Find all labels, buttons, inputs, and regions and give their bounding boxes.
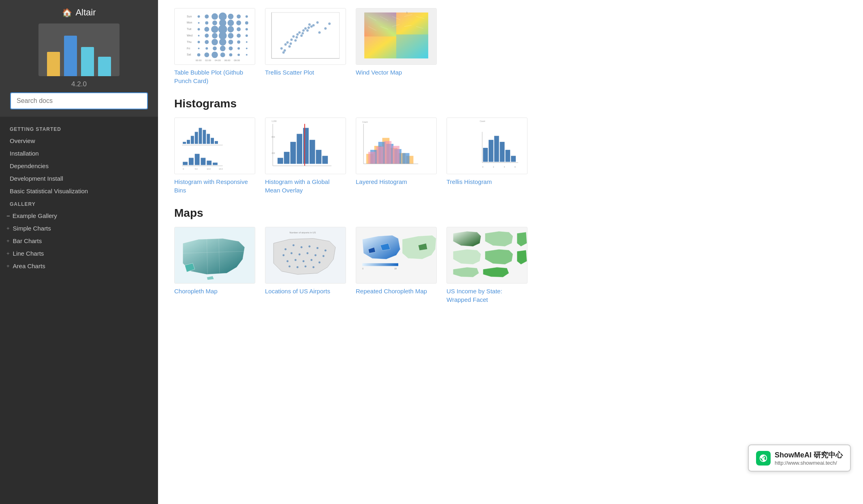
- home-icon: 🏠: [62, 8, 72, 17]
- svg-point-26: [228, 26, 234, 32]
- svg-point-184: [301, 246, 303, 248]
- svg-point-83: [324, 27, 327, 30]
- svg-point-71: [291, 38, 293, 41]
- svg-rect-112: [199, 128, 202, 144]
- svg-point-24: [211, 26, 218, 33]
- svg-point-72: [296, 33, 299, 36]
- svg-point-17: [212, 21, 217, 26]
- svg-text:Thu: Thu: [187, 41, 192, 43]
- svg-point-56: [246, 54, 248, 56]
- nav-line-charts[interactable]: + Line Charts: [0, 247, 158, 260]
- svg-point-200: [297, 266, 299, 268]
- card-trellis-hist[interactable]: Count 0 2 4 6 Trellis Histogram: [446, 117, 528, 194]
- preview-bar-1: [47, 52, 60, 76]
- svg-point-53: [220, 52, 225, 57]
- svg-rect-134: [303, 128, 309, 164]
- svg-rect-137: [322, 156, 328, 164]
- gallery-parent-label: Example Gallery: [13, 212, 57, 219]
- svg-point-45: [213, 47, 217, 51]
- svg-rect-156: [368, 152, 376, 164]
- svg-text:1B: 1B: [394, 268, 397, 270]
- svg-point-20: [236, 21, 241, 26]
- svg-text:Wed: Wed: [187, 34, 192, 37]
- svg-point-76: [282, 51, 285, 53]
- svg-text:Number of airports in US: Number of airports in US: [290, 231, 316, 234]
- label-trellis-hist: Trellis Histogram: [446, 177, 528, 186]
- svg-text:400: 400: [271, 152, 275, 154]
- nav-overview[interactable]: Overview: [0, 135, 158, 147]
- svg-point-199: [288, 265, 291, 267]
- card-us-airports[interactable]: Number of airports in US Locations of US…: [265, 227, 346, 304]
- svg-point-43: [198, 48, 200, 49]
- svg-rect-164: [483, 148, 488, 162]
- svg-point-33: [228, 33, 234, 38]
- svg-text:Fri: Fri: [187, 47, 190, 50]
- card-trellis-scatter[interactable]: Trellis Scatter Plot: [265, 8, 346, 85]
- svg-rect-95: [396, 34, 428, 58]
- nav-basic-stat-viz[interactable]: Basic Statistical Visualization: [0, 185, 158, 197]
- svg-point-84: [328, 23, 331, 25]
- card-us-income[interactable]: US Income by State: Wrapped Facet: [446, 227, 528, 304]
- svg-point-198: [318, 261, 320, 263]
- svg-rect-133: [297, 134, 302, 164]
- svg-point-189: [291, 252, 293, 254]
- nav-bar-charts[interactable]: + Bar Charts: [0, 235, 158, 247]
- minus-icon: −: [6, 212, 10, 219]
- nav-installation[interactable]: Installation: [0, 147, 158, 160]
- search-input[interactable]: [10, 92, 148, 109]
- svg-rect-115: [211, 138, 214, 144]
- svg-point-31: [212, 33, 218, 38]
- nav-area-charts[interactable]: + Area Charts: [0, 260, 158, 272]
- maps-title: Maps: [174, 207, 851, 220]
- svg-rect-62: [265, 9, 345, 64]
- svg-point-49: [246, 48, 248, 49]
- svg-rect-157: [376, 147, 384, 164]
- svg-point-37: [205, 40, 209, 44]
- svg-text:800: 800: [271, 136, 275, 138]
- svg-point-75: [316, 21, 319, 24]
- card-choropleth[interactable]: Choropleth Map: [174, 227, 255, 304]
- svg-point-201: [305, 265, 307, 267]
- svg-text:Sun: Sun: [187, 15, 192, 18]
- svg-point-183: [293, 244, 295, 246]
- thumb-table-bubble: Sun Mon Tue Wed Thu Fri Sat: [174, 8, 255, 65]
- svg-point-15: [198, 22, 200, 24]
- label-us-income: US Income by State: Wrapped Facet: [446, 287, 528, 304]
- watermark-url: http://www.showmeai.tech/: [775, 460, 843, 466]
- plus-icon-area: +: [6, 263, 10, 269]
- svg-point-202: [312, 266, 314, 268]
- preview-bar-4: [98, 57, 111, 76]
- area-charts-label: Area Charts: [13, 263, 45, 269]
- svg-point-46: [220, 46, 226, 51]
- svg-point-66: [292, 35, 295, 38]
- sidebar-nav: GETTING STARTED Overview Installation De…: [0, 117, 158, 504]
- thumb-wind-vector: 1: [356, 8, 437, 65]
- card-hist-responsive[interactable]: 0 5.0 10.0 14.0 Histogram with Responsiv…: [174, 117, 255, 194]
- line-charts-label: Line Charts: [13, 250, 44, 257]
- nav-dev-install[interactable]: Development Install: [0, 172, 158, 185]
- svg-rect-158: [384, 141, 391, 164]
- svg-text:Sat: Sat: [187, 53, 191, 56]
- card-wind-vector[interactable]: 1 Wind Vector Map: [356, 8, 437, 85]
- label-repeated-choropleth: Repeated Choropleth Map: [356, 287, 437, 295]
- card-hist-mean[interactable]: 1,200 800 400 Histogram with a Global Me…: [265, 117, 346, 194]
- card-table-bubble[interactable]: Sun Mon Tue Wed Thu Fri Sat: [174, 8, 255, 85]
- svg-point-10: [211, 13, 218, 20]
- svg-text:04:00: 04:00: [215, 59, 221, 62]
- card-repeated-choropleth[interactable]: 0 1B Repeated Choropleth Map: [356, 227, 437, 304]
- svg-text:Count: Count: [480, 120, 485, 122]
- nav-example-gallery[interactable]: − Example Gallery: [0, 209, 158, 222]
- svg-point-16: [205, 21, 208, 25]
- card-layered-hist[interactable]: Count Layered Histogram: [356, 117, 437, 194]
- nav-simple-charts[interactable]: + Simple Charts: [0, 222, 158, 235]
- svg-text:02:00: 02:00: [205, 59, 211, 62]
- svg-text:Count: Count: [362, 121, 368, 123]
- svg-rect-165: [489, 140, 493, 162]
- sidebar: 🏠 Altair 4.2.0 GETTING STARTED Overview …: [0, 0, 158, 504]
- svg-point-42: [246, 41, 248, 43]
- svg-rect-123: [213, 162, 218, 165]
- svg-point-86: [290, 43, 292, 45]
- svg-point-67: [298, 31, 301, 34]
- thumb-hist-mean: 1,200 800 400: [265, 117, 346, 174]
- nav-dependencies[interactable]: Dependencies: [0, 160, 158, 172]
